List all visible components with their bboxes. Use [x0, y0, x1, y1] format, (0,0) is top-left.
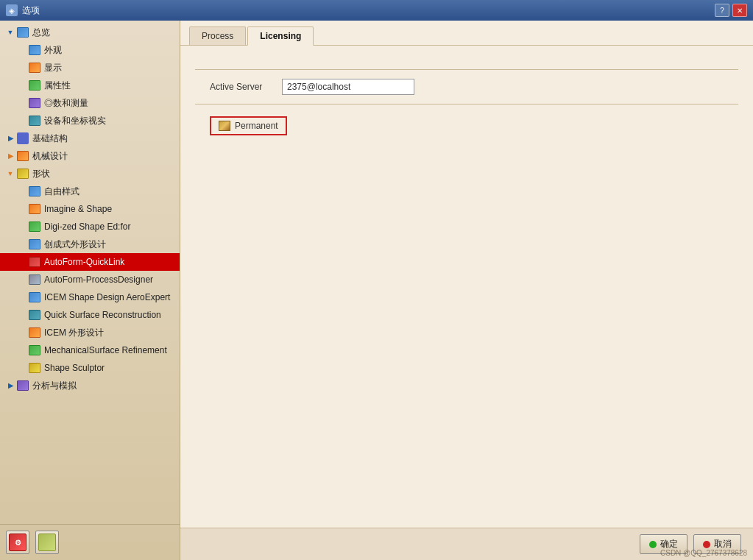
licensing-tab-content: Active Server Permanent: [180, 46, 753, 528]
arrow-imagine-shape: [18, 205, 26, 213]
sidebar-item-quick-surface[interactable]: Quick Surface Reconstruction: [0, 306, 180, 324]
sidebar-item-free-style[interactable]: 自由样式: [0, 182, 180, 200]
icon-overview: [16, 26, 29, 39]
arrow-mech-surface: [18, 346, 26, 355]
icon-free-style: [28, 185, 41, 198]
label-data-monitor: ◎数和测量: [44, 97, 88, 110]
tool-icon-1: ⚙: [9, 534, 26, 551]
cancel-dot: [703, 541, 710, 548]
app-icon: ◈: [6, 4, 18, 16]
main-window: ▼ 总览 外观 显示: [0, 21, 753, 560]
label-shape: 形状: [32, 168, 50, 180]
active-server-label: Active Server: [210, 82, 276, 92]
confirm-dot: [649, 541, 657, 548]
icon-quick-surface: [28, 308, 41, 322]
tab-licensing-label: Licensing: [260, 31, 301, 41]
sidebar-item-attribute[interactable]: 属性性: [0, 77, 180, 94]
sidebar-item-mech-surface[interactable]: MechanicalSurface Refinement: [0, 341, 180, 359]
tabs-bar: Process Licensing: [180, 21, 753, 46]
sidebar-item-icem-aero[interactable]: ICEM Shape Design AeroExpert: [0, 288, 180, 306]
sidebar-item-icem-exterior[interactable]: ICEM 外形设计: [0, 324, 180, 341]
label-mech-surface: MechanicalSurface Refinement: [44, 345, 167, 355]
sidebar-tree: ▼ 总览 外观 显示: [0, 21, 180, 524]
arrow-autoform-quicklink: [18, 258, 26, 266]
sidebar-item-data-monitor[interactable]: ◎数和测量: [0, 94, 180, 112]
icon-icem-exterior: [28, 326, 41, 339]
content-area: Process Licensing Active Server Permanen…: [180, 21, 753, 560]
tool-icon-2: [38, 534, 56, 551]
title-bar-controls: ? ✕: [715, 4, 747, 17]
title-bar-left: ◈ 选项: [6, 4, 40, 17]
sidebar-item-analysis[interactable]: ▶ 分析与模拟: [0, 377, 180, 394]
sidebar-item-autoform-process[interactable]: AutoForm-ProcessDesigner: [0, 271, 180, 288]
icon-creative-design: [28, 238, 41, 251]
label-device-sim: 设备和坐标视实: [44, 115, 106, 127]
watermark: CSDN @QQ_2767378628: [660, 549, 747, 557]
sidebar-item-overview[interactable]: ▼ 总览: [0, 24, 180, 41]
label-appearance: 外观: [44, 44, 62, 57]
arrow-free-style: [18, 187, 26, 196]
tab-licensing[interactable]: Licensing: [247, 26, 314, 46]
sidebar-tool-btn-1[interactable]: ⚙: [6, 531, 29, 554]
label-analysis: 分析与模拟: [32, 380, 77, 392]
arrow-shape: ▼: [6, 169, 15, 178]
title-bar: ◈ 选项 ? ✕: [0, 0, 753, 21]
sidebar-item-autoform-quicklink[interactable]: AutoForm-QuickLink: [0, 253, 180, 271]
arrow-icem-aero: [18, 293, 26, 302]
arrow-mech-design: ▶: [6, 152, 15, 160]
icon-appearance: [28, 43, 41, 57]
sidebar-item-shape[interactable]: ▼ 形状: [0, 165, 180, 182]
sidebar-item-display[interactable]: 显示: [0, 59, 180, 77]
arrow-quick-surface: [18, 311, 26, 319]
sidebar-item-shape-sculptor[interactable]: Shape Sculptor: [0, 359, 180, 377]
label-attribute: 属性性: [44, 79, 71, 92]
label-icem-aero: ICEM Shape Design AeroExpert: [44, 292, 170, 302]
permanent-box[interactable]: Permanent: [210, 116, 287, 135]
close-button[interactable]: ✕: [732, 4, 747, 17]
icon-mech-surface: [28, 344, 41, 357]
help-button[interactable]: ?: [715, 4, 729, 17]
label-dig-shape: Digi-zed Shape Ed:for: [44, 221, 130, 232]
icon-attribute: [28, 79, 41, 92]
sidebar-item-base-struct[interactable]: ▶ 基础结构: [0, 130, 180, 147]
label-quick-surface: Quick Surface Reconstruction: [44, 310, 161, 320]
arrow-appearance: [18, 46, 26, 54]
label-creative-design: 创成式外形设计: [44, 238, 106, 251]
icon-autoform-process: [28, 273, 41, 286]
icon-shape-sculptor: [28, 361, 41, 375]
tab-process[interactable]: Process: [189, 26, 246, 45]
icon-imagine-shape: [28, 202, 41, 216]
arrow-creative-design: [18, 240, 26, 249]
sidebar-item-device-sim[interactable]: 设备和坐标视实: [0, 112, 180, 130]
label-imagine-shape: Imagine & Shape: [44, 204, 112, 214]
label-display: 显示: [44, 62, 62, 74]
label-icem-exterior: ICEM 外形设计: [44, 327, 104, 339]
sidebar-item-mech-design[interactable]: ▶ 机械设计: [0, 147, 180, 165]
label-overview: 总览: [32, 26, 50, 39]
arrow-device-sim: [18, 116, 26, 125]
sidebar-tool-btn-2[interactable]: [35, 531, 59, 554]
sidebar-bottom: ⚙: [0, 524, 180, 560]
sidebar-item-appearance[interactable]: 外观: [0, 41, 180, 59]
icon-icem-aero: [28, 291, 41, 304]
label-free-style: 自由样式: [44, 185, 79, 198]
sidebar-item-imagine-shape[interactable]: Imagine & Shape: [0, 200, 180, 218]
arrow-autoform-process: [18, 275, 26, 284]
label-base-struct: 基础结构: [32, 132, 68, 145]
window-title: 选项: [22, 4, 40, 17]
label-autoform-quicklink: AutoForm-QuickLink: [44, 257, 124, 267]
arrow-analysis: ▶: [6, 381, 15, 390]
arrow-data-monitor: [18, 99, 26, 107]
permanent-section: Permanent: [210, 116, 724, 135]
arrow-dig-shape: [18, 222, 26, 231]
arrow-shape-sculptor: [18, 364, 26, 372]
sidebar-item-creative-design[interactable]: 创成式外形设计: [0, 235, 180, 253]
sidebar-item-dig-shape[interactable]: Digi-zed Shape Ed:for: [0, 218, 180, 235]
label-autoform-process: AutoForm-ProcessDesigner: [44, 274, 153, 285]
mid-separator: [195, 104, 738, 104]
active-server-input[interactable]: [282, 79, 414, 95]
icon-display: [28, 61, 41, 74]
permanent-label: Permanent: [235, 121, 278, 131]
icon-shape: [16, 167, 29, 180]
arrow-overview: ▼: [6, 28, 15, 37]
